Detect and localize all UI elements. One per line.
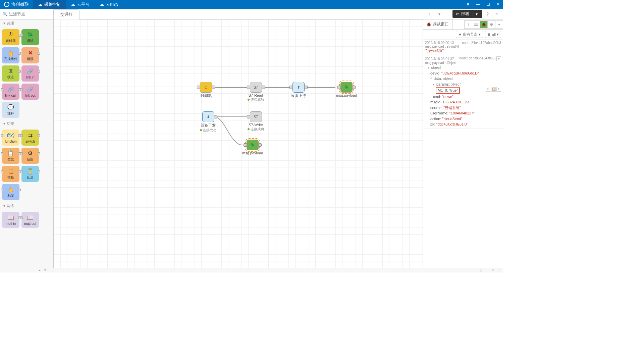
pin-icon[interactable]: ↥ [496, 87, 501, 92]
flow-node-debug-2[interactable]: 🪲 msg.payload [242, 140, 263, 155]
tab-config-button[interactable]: ⚙ [487, 20, 495, 29]
flow-workspace[interactable]: ⏱ 时间戳 S7 S7-Read 连接成功 ⬆ 设备上行 🪲 msg.paylo… [54, 19, 423, 268]
timer-icon: ⏱ [204, 85, 208, 89]
switch-icon: ⇉ [25, 132, 35, 139]
toolbar: 🔍 交通灯 ＋ ▾ ⟳ 部署 ▾ ? ≡ [0, 9, 503, 19]
upload-icon: ⬆ [297, 85, 300, 90]
palette-node-mqtt-in[interactable]: 📖mqtt in [2, 212, 19, 228]
tab-info-button[interactable]: i [464, 20, 472, 29]
highlighted-value: M1_0: "true" [436, 87, 460, 94]
window-minimize-button[interactable]: — [473, 0, 483, 9]
node-palette[interactable]: ▾共通 ⏱定时器 🪲调试 👆完成事件 ✖错误 ⧖状态 🔗link in 🔗lin… [0, 19, 54, 268]
window-close-button[interactable]: ✕ [493, 0, 503, 9]
bug-icon: 🪲 [25, 31, 35, 38]
trash-icon: 🗑 [487, 33, 491, 37]
main-menu-button[interactable]: ≡ [493, 10, 500, 18]
trigger-icon: 👆 [6, 186, 15, 193]
palette-node-debug[interactable]: 🪲调试 [21, 29, 39, 45]
main-area: ▾共通 ⏱定时器 🪲调试 👆完成事件 ✖错误 ⧖状态 🔗link in 🔗lin… [0, 19, 503, 268]
flow-node-device-up[interactable]: ⬆ 设备上行 [291, 82, 306, 98]
comment-icon: 💬 [6, 104, 15, 110]
palette-node-mqtt-out[interactable]: 📖mqtt out [21, 212, 39, 228]
object-tree[interactable]: object devId: "JDE4cgBFDi9eGb1D" data: o… [425, 65, 501, 127]
add-tab-button[interactable]: ＋ [425, 10, 434, 18]
app-logo: 海创微联 [0, 1, 33, 7]
debug-message: 2022/4/18 09:01:37 node: cb73d6b1343ff63… [423, 55, 503, 129]
category-function[interactable]: ▾功能 [0, 120, 53, 128]
zoom-reset-button[interactable]: ○ [490, 268, 496, 272]
copy-path-icon[interactable]: ⎘ [486, 87, 490, 92]
download-icon: ⬇ [207, 115, 210, 119]
search-input[interactable] [9, 12, 51, 16]
expand-icon[interactable]: ▾ [496, 56, 501, 61]
change-icon: 📋 [6, 150, 15, 156]
window-maximize-button[interactable]: ☐ [483, 0, 493, 9]
flow-node-s7read[interactable]: S7 S7-Read 连接成功 [248, 82, 264, 102]
debug-message: 2022/4/18 09:00:13node: 24a4a107abad90b3… [423, 40, 503, 55]
workspace-tabs: 交通灯 [54, 9, 79, 19]
tab-debug[interactable]: 🐞 调试窗口 [423, 19, 452, 29]
tab-more-button[interactable]: ▾ [495, 20, 503, 29]
palette-node-linkin[interactable]: 🔗link in [21, 65, 39, 82]
cloud-icon: ☁ [71, 2, 75, 7]
flow-wires [54, 19, 423, 268]
search-icon: 🔍 [3, 12, 8, 16]
palette-expand-button[interactable]: ▾ [42, 268, 48, 272]
deploy-button[interactable]: ⟳ 部署 ▾ [452, 10, 482, 18]
timer-icon: ⏱ [6, 31, 15, 38]
help-button[interactable]: ? [484, 10, 491, 18]
palette-node-timer[interactable]: ⏱定时器 [2, 29, 19, 45]
flow-node-s7write[interactable]: S7 S7-Write 连接成功 [248, 111, 264, 132]
menu-scada[interactable]: ☁ 云组态 [95, 0, 123, 9]
titlebar: 海创微联 ☁ 采集控制 ☁ 云平台 ☁ 云组态 ≡ — ☐ ✕ [0, 0, 503, 9]
app-name: 海创微联 [11, 1, 29, 7]
bug-icon: 🐞 [426, 22, 431, 27]
tab-debug-button[interactable]: 🐞 [480, 20, 488, 29]
category-network[interactable]: ▾网络 [0, 202, 53, 210]
sidebar-tabs: 🐞 调试窗口 i 📖 🐞 ⚙ ▾ [423, 19, 503, 30]
cloud-icon: ☁ [100, 2, 104, 7]
filter-nodes[interactable]: ▼所有节点▾ [456, 31, 483, 38]
flow-node-debug-1[interactable]: 🪲 msg.payload [336, 82, 357, 97]
palette-collapse-button[interactable]: ▴ [37, 268, 42, 272]
palette-node-function[interactable]: f(x)function [2, 130, 19, 146]
palette-node-linkout[interactable]: 🔗link out [21, 84, 39, 100]
window-menu-button[interactable]: ≡ [463, 0, 473, 9]
bug-icon: 🪲 [250, 143, 255, 147]
palette-node-template[interactable]: ⬚模板 [2, 166, 19, 182]
menu-cloud[interactable]: ☁ 云平台 [66, 0, 95, 9]
debug-filters: ▼所有节点▾ 🗑all▾ [423, 30, 503, 40]
menu-collect[interactable]: ☁ 采集控制 [33, 0, 66, 9]
tab-menu-button[interactable]: ▾ [436, 10, 443, 18]
palette-search[interactable]: 🔍 [0, 9, 54, 19]
tab-traffic-light[interactable]: 交通灯 [53, 9, 79, 19]
zoom-in-button[interactable]: + [496, 268, 502, 272]
s7-icon: S7 [254, 86, 258, 89]
chevron-down-icon[interactable]: ▾ [473, 12, 478, 16]
statusbar: ▴ ▾ ⊞ − ○ + [0, 268, 503, 272]
flow-node-timestamp[interactable]: ⏱ 时间戳 [200, 82, 212, 98]
tab-help-button[interactable]: 📖 [472, 20, 480, 29]
palette-node-switch[interactable]: ⇉switch [21, 130, 39, 146]
clear-button[interactable]: 🗑all▾ [485, 31, 501, 38]
mqtt-icon: 📖 [25, 214, 35, 221]
category-common[interactable]: ▾共通 [0, 19, 53, 27]
palette-node-delay[interactable]: ⏳延迟 [21, 166, 39, 182]
flow-node-device-down[interactable]: ⬇ 设备下发 连接成功 [200, 111, 216, 133]
link-icon: 🔗 [25, 68, 35, 75]
palette-node-comment[interactable]: 💬注释 [2, 102, 19, 118]
zoom-out-button[interactable]: − [484, 268, 490, 272]
copy-value-icon[interactable]: 📋 [491, 87, 496, 92]
palette-node-complete[interactable]: 👆完成事件 [2, 47, 19, 63]
palette-node-linkcall[interactable]: 🔗link call [2, 84, 19, 100]
navigator-button[interactable]: ⊞ [478, 268, 484, 272]
chevron-down-icon: ▾ [3, 21, 5, 26]
palette-node-range[interactable]: ⚙范围 [21, 148, 39, 164]
palette-node-change[interactable]: 📋改变 [2, 148, 19, 164]
palette-node-error[interactable]: ✖错误 [21, 47, 39, 63]
s7-icon: S7 [254, 115, 258, 119]
palette-node-status[interactable]: ⧖状态 [2, 65, 19, 82]
debug-messages[interactable]: 2022/4/18 09:00:13node: 24a4a107abad90b3… [423, 40, 503, 268]
palette-node-trigger[interactable]: 👆触发 [2, 184, 19, 200]
delay-icon: ⏳ [25, 168, 35, 174]
